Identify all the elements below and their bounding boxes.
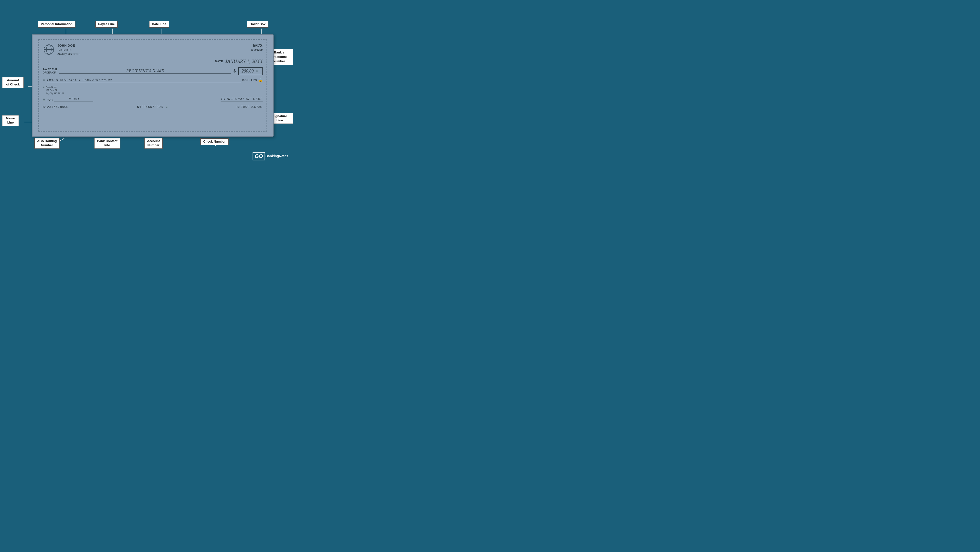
date-value: JANUARY 1, 20XX [225, 59, 262, 64]
payee-row: PAY TO THE ORDER OF RECIPIENT'S NAME $ 2… [43, 67, 262, 75]
lock-icon: 🔒 [258, 78, 262, 82]
micr-row: ⑆123456789O⑆ ⑆123456789O⑆ ⑆:7890⑆5673⑆ [43, 105, 262, 109]
micr-account-dot [165, 106, 167, 108]
micr-check: ⑆:7890⑆5673⑆ [237, 105, 262, 109]
bank-contact-info-label: Bank Contact Info [94, 138, 121, 149]
bank-info-row: Bank Name 123 First St. AnyCity, US 1010… [43, 86, 262, 95]
pay-to-label: PAY TO THE ORDER OF [43, 68, 57, 74]
bank-info-text: Bank Name 123 First St. AnyCity, US 1010… [46, 86, 64, 95]
check-number-display: 5673 [250, 43, 262, 48]
date-line-label: Date Line [149, 21, 169, 28]
address-line2: AnyCity, US 10101 [57, 52, 80, 56]
memo-line-label: Memo Line [2, 115, 19, 126]
logo-banking: BankingRates [266, 154, 288, 158]
memo-line-field: MEMO [54, 97, 93, 102]
check: JOHN DOE 123 First St. AnyCity, US 10101… [32, 34, 274, 137]
payee-name: RECIPIENT'S NAME [59, 68, 231, 74]
memo-sig-row: FOR MEMO YOUR SIGNATURE HERE [43, 97, 262, 102]
written-amount-row: TWO HUNDRED DOLLARS AND 00/100 DOLLARS 🔒 [43, 78, 262, 82]
dollar-sign: $ [234, 69, 236, 73]
amount-dot [256, 70, 258, 72]
amount-box: 200.00 [238, 67, 262, 75]
memo-area: FOR MEMO [43, 97, 93, 102]
amount-value: 200.00 [242, 68, 254, 74]
account-holder-name: JOHN DOE [57, 43, 80, 48]
logo-go: GO [253, 152, 265, 160]
micr-account: ⑆123456789O⑆ [137, 105, 168, 109]
check-inner: JOHN DOE 123 First St. AnyCity, US 10101… [38, 39, 267, 132]
dollar-box-label: Dollar Box [247, 21, 269, 28]
micr-routing: ⑆123456789O⑆ [43, 105, 68, 109]
memo-dot [43, 98, 45, 101]
globe-icon [43, 43, 55, 56]
amount-of-check-label: Amount of Check [2, 77, 24, 88]
for-label: FOR [47, 98, 53, 101]
account-number-label: Account Number [144, 138, 163, 149]
check-number-area: 5673 19-2/1250 [250, 43, 262, 51]
check-top-row: JOHN DOE 123 First St. AnyCity, US 10101… [43, 43, 262, 56]
address-line1: 123 First St. [57, 48, 80, 52]
written-amount-dot [43, 79, 45, 81]
payee-line-label: Payee Line [95, 21, 118, 28]
written-amount: TWO HUNDRED DOLLARS AND 00/100 [47, 78, 241, 82]
personal-info-area: JOHN DOE 123 First St. AnyCity, US 10101 [43, 43, 80, 56]
date-row: DATE JANUARY 1, 20XX [43, 59, 262, 64]
signature-field: YOUR SIGNATURE HERE [221, 97, 262, 102]
date-label: DATE [215, 60, 223, 63]
bank-dot [43, 86, 45, 88]
fractional-number: 19-2/1250 [250, 48, 262, 51]
name-address: JOHN DOE 123 First St. AnyCity, US 10101 [57, 43, 80, 56]
dollars-label: DOLLARS [242, 79, 257, 81]
check-number-label: Check Number [200, 138, 229, 145]
personal-information-label: Personal Information [38, 21, 75, 28]
logo: GO BankingRates [253, 152, 288, 160]
aba-routing-number-label: ABA Routing Number [34, 138, 60, 149]
